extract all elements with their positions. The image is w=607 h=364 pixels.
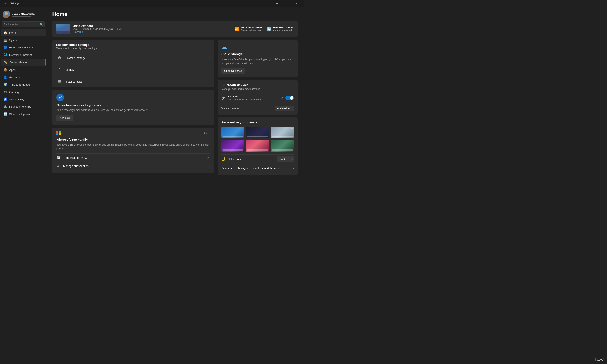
- sidebar-item-label: Bluetooth & devices: [9, 46, 33, 49]
- close-button[interactable]: ✕: [291, 0, 301, 7]
- device-thumbnail: [56, 24, 70, 34]
- sidebar-item-time[interactable]: 🌍 Time & language: [1, 81, 45, 88]
- browse-themes-link[interactable]: Browse more backgrounds, colors, and the…: [221, 165, 294, 171]
- toggle-label: On: [281, 96, 284, 99]
- m365-title: Microsoft 365 Family: [56, 138, 210, 141]
- theme-bar: [247, 136, 268, 137]
- titlebar-left: ← Settings: [2, 0, 19, 6]
- bluetooth-icon: 🔵: [3, 45, 7, 49]
- color-mode-select[interactable]: Dark Light Custom: [276, 156, 294, 162]
- theme-thumb-4[interactable]: [221, 140, 244, 152]
- back-button[interactable]: ←: [2, 0, 8, 6]
- color-mode-left: 🌙 Color mode: [221, 157, 242, 161]
- sidebar-item-accounts[interactable]: 👤 Accounts: [1, 74, 45, 81]
- m365-card: Active Microsoft 365 Family You have 1 T…: [52, 128, 214, 173]
- settings-item-power[interactable]: ⏻ Power & battery ›: [52, 52, 214, 64]
- device-name: Joao-Zenbook: [73, 24, 231, 27]
- cloud-storage-card: ☁ Cloud storage Make sure OneDrive is up…: [218, 40, 298, 77]
- minimize-button[interactable]: ─: [272, 0, 282, 7]
- recovery-icon: ✔: [56, 94, 64, 101]
- bluetooth-toggle[interactable]: [285, 96, 294, 100]
- m365-manage-subscription[interactable]: ⚙ Manage subscription ›: [56, 162, 210, 170]
- gaming-icon: 🎮: [3, 90, 7, 94]
- sidebar-item-label: System: [9, 39, 18, 42]
- theme-thumb-6[interactable]: [271, 140, 294, 152]
- bluetooth-title: Bluetooth devices: [221, 83, 294, 87]
- m365-action-label: Manage subscription: [63, 164, 209, 168]
- wifi-icon: 📶: [234, 26, 239, 31]
- svg-point-1: [5, 12, 8, 15]
- m365-badge: Active: [204, 132, 210, 134]
- sidebar-item-privacy[interactable]: 🔒 Privacy & security: [1, 103, 45, 110]
- external-link-icon: ↗: [207, 156, 209, 159]
- sidebar-item-personalization[interactable]: ✏️ Personalization: [1, 59, 45, 66]
- bluetooth-card: Bluetooth devices Manage, add, and remov…: [218, 80, 298, 115]
- device-wifi-status: 📶 Vodafone-429E60 Connected, secured: [234, 26, 262, 32]
- sidebar-item-home[interactable]: 🏠 Home: [1, 29, 45, 36]
- bluetooth-device-info: Bluetooth Discoverable as "JOAO-ZENBOOK": [228, 95, 281, 101]
- theme-thumb-1[interactable]: [221, 127, 244, 138]
- m365-auto-renew[interactable]: 🔄 Turn on auto-renew ↗: [56, 154, 210, 162]
- settings-item-label: Display: [65, 68, 209, 71]
- power-icon: ⏻: [56, 54, 63, 61]
- sidebar-item-system[interactable]: 💻 System: [1, 36, 45, 44]
- m365-header: Active: [56, 131, 210, 136]
- two-col-layout: Recommended settings Recent and commonly…: [52, 40, 298, 175]
- user-bar: [12, 16, 31, 17]
- titlebar-title: Settings: [10, 2, 19, 5]
- titlebar-controls: ─ □ ✕: [272, 0, 301, 7]
- recommended-title: Recommended settings: [56, 43, 210, 47]
- add-now-button[interactable]: Add now: [56, 115, 73, 121]
- left-column: Recommended settings Recent and commonly…: [52, 40, 214, 175]
- settings-item-label: Installed apps: [65, 80, 209, 83]
- cloud-icon: ☁: [221, 44, 294, 51]
- sidebar-item-apps[interactable]: 📦 Apps: [1, 66, 45, 74]
- personalization-icon: ✏️: [4, 60, 7, 64]
- sidebar-item-label: Accounts: [9, 76, 20, 79]
- update-label: Windows Update: [273, 26, 293, 29]
- app-container: João Carrasqueira 🔍 🏠 Home 💻 System 🔵 Bl…: [0, 7, 304, 182]
- search-icon: 🔍: [40, 23, 43, 26]
- device-info: Joao-Zenbook ASUS Zenbook 14 UX3405MA_UX…: [73, 24, 231, 33]
- display-icon: 🖥: [56, 66, 63, 73]
- browse-link-text: Browse more backgrounds, colors, and the…: [221, 167, 279, 170]
- maximize-button[interactable]: □: [282, 0, 291, 7]
- chevron-right-icon: ›: [209, 80, 210, 83]
- open-onedrive-button[interactable]: Open OneDrive: [221, 68, 245, 74]
- sidebar-user: João Carrasqueira: [0, 8, 46, 22]
- sidebar-item-label: Accessibility: [9, 98, 24, 101]
- personalize-card: Personalize your device ⚙: [218, 117, 298, 175]
- sidebar-item-accessibility[interactable]: ♿ Accessibility: [1, 96, 45, 103]
- device-rename-link[interactable]: Rename: [73, 30, 231, 33]
- apps-icon: 📦: [3, 68, 7, 72]
- update-icon: 🔄: [3, 112, 7, 116]
- bluetooth-device-row: ⚡ Bluetooth Discoverable as "JOAO-ZENBOO…: [221, 93, 294, 102]
- network-icon: 🌐: [3, 53, 7, 57]
- settings-item-display[interactable]: 🖥 Display ›: [52, 64, 214, 76]
- theme-grid: ⚙: [221, 127, 294, 152]
- device-model: ASUS Zenbook 14 UX3405MA_UX3405MA: [73, 27, 231, 30]
- bluetooth-device-icon: ⚡: [221, 96, 225, 100]
- sidebar-item-label: Network & internet: [9, 53, 32, 56]
- recommended-card: Recommended settings Recent and commonly…: [52, 40, 214, 87]
- auto-renew-icon: 🔄: [56, 156, 61, 160]
- search-input[interactable]: [2, 22, 45, 27]
- theme-thumb-5[interactable]: [246, 140, 269, 152]
- theme-bar: [247, 149, 268, 151]
- recovery-card: ✔ Never lose access to your account Add …: [52, 90, 214, 125]
- add-device-button[interactable]: Add device ›: [275, 106, 294, 111]
- device-status-items: 📶 Vodafone-429E60 Connected, secured 🔄 W…: [234, 26, 293, 32]
- theme-thumb-3[interactable]: ⚙: [271, 127, 294, 138]
- sidebar-item-label: Home: [9, 31, 17, 34]
- view-all-devices-link[interactable]: View all devices: [221, 107, 239, 110]
- sidebar-item-network[interactable]: 🌐 Network & internet: [1, 51, 45, 58]
- theme-thumb-2[interactable]: [246, 127, 269, 138]
- sidebar-item-update[interactable]: 🔄 Windows Update: [1, 111, 45, 118]
- settings-item-installedapps[interactable]: ☰ Installed apps ›: [52, 76, 214, 87]
- subscription-icon: ⚙: [56, 164, 61, 168]
- color-mode-label: Color mode: [228, 157, 242, 161]
- update-info: Windows Update • Attention needed: [273, 26, 293, 32]
- sidebar-item-gaming[interactable]: 🎮 Gaming: [1, 88, 45, 96]
- sidebar-item-bluetooth[interactable]: 🔵 Bluetooth & devices: [1, 44, 45, 51]
- chevron-right-icon: ›: [209, 68, 210, 71]
